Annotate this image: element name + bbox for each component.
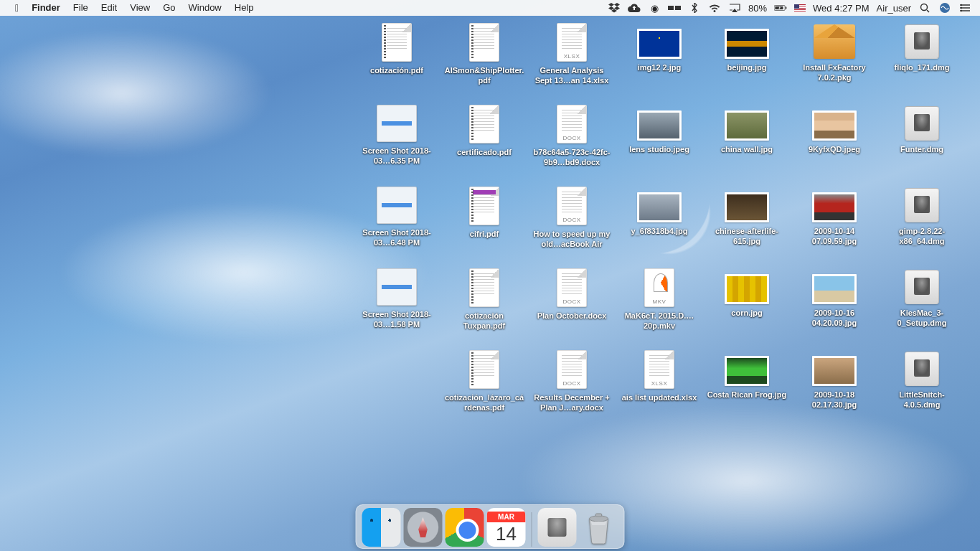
file-thumb-icon [812, 192, 857, 222]
record-icon[interactable]: ◉ [648, 3, 661, 14]
battery-icon[interactable] [774, 4, 787, 12]
desktop-file[interactable]: KiesMac_3-0_Setup.dmg [878, 267, 966, 347]
desktop-file[interactable]: Screen Shot 2018-03…1.58 PM [353, 267, 440, 347]
dropbox-icon[interactable] [608, 3, 621, 13]
file-thumb-icon [377, 268, 417, 306]
dock-chrome-icon[interactable] [446, 508, 484, 547]
dock-launchpad-icon[interactable] [404, 508, 443, 547]
desktop-file[interactable]: y_6f8318b4.jpg [616, 185, 703, 265]
desktop-file[interactable]: Install FxFactory 7.0.2.pkg [791, 22, 878, 102]
file-thumb-icon [469, 23, 499, 62]
svg-rect-3 [786, 7, 786, 9]
menu-help[interactable]: Help [228, 0, 260, 16]
desktop-file[interactable]: DOCXHow to speed up my old…acBook Air [528, 185, 616, 265]
file-name: beijing.jpg [725, 63, 769, 73]
desktop-file[interactable]: fliqlo_171.dmg [878, 22, 966, 102]
file-name: ais list updated.xlsx [620, 393, 699, 403]
desktop-file[interactable]: cotización_lázaro_cárdenas.pdf [440, 349, 528, 429]
disk-icon[interactable] [668, 4, 681, 11]
airplay-icon[interactable] [728, 4, 741, 12]
desktop-file[interactable]: img12 2.jpg [616, 22, 703, 102]
battery-percent[interactable]: 80% [748, 3, 767, 14]
spotlight-icon[interactable] [918, 3, 931, 13]
menu-edit[interactable]: Edit [95, 0, 123, 16]
svg-point-11 [961, 4, 962, 6]
desktop-file[interactable]: lens studio.jpeg [616, 103, 703, 184]
desktop-file[interactable]: DOCXPlan October.docx [528, 267, 616, 347]
file-name: 2009-10-16 04.20.09.jpg [791, 309, 877, 329]
desktop-file[interactable]: cotización.pdf [353, 22, 440, 102]
app-menu[interactable]: Finder [25, 0, 67, 16]
desktop-file[interactable]: Funter.dmg [878, 103, 966, 184]
desktop-file[interactable]: 2009-10-16 04.20.09.jpg [791, 267, 878, 347]
user-name[interactable]: Air_user [877, 3, 911, 14]
menu-window[interactable]: Window [182, 0, 228, 16]
file-name: 2009-10-18 02.17.30.jpg [791, 390, 877, 410]
desktop-file[interactable]: MKVMaK6eT. 2015.D.…20p.mkv [616, 267, 703, 347]
desktop-file[interactable]: cotización Tuxpan.pdf [440, 267, 528, 347]
wifi-icon[interactable] [708, 4, 721, 12]
dock-calendar-icon[interactable]: MAR 14 [487, 508, 526, 547]
file-name: 9KyfxQD.jpeg [806, 145, 862, 155]
cloud-icon[interactable] [628, 4, 641, 12]
desktop-file[interactable]: gimp-2.8.22-x86_64.dmg [878, 185, 966, 265]
file-name: How to speed up my old…acBook Air [529, 230, 615, 250]
menu-bar:  Finder File Edit View Go Window Help ◉… [0, 0, 980, 16]
notification-center-icon[interactable] [958, 4, 971, 12]
desktop-file[interactable]: 2009-10-18 02.17.30.jpg [791, 349, 878, 429]
file-name: General Analysis Sept 13…an 14.xlsx [529, 66, 615, 86]
file-name: cotización.pdf [368, 66, 425, 76]
file-thumb-icon [812, 110, 857, 141]
menu-go[interactable]: Go [156, 0, 182, 16]
desktop-file[interactable]: chinese-afterlife-615.jpg [703, 185, 791, 265]
desktop-file[interactable]: Costa Rican Frog.jpg [703, 349, 791, 429]
file-thumb-icon [905, 270, 939, 304]
apple-menu-icon[interactable]:  [9, 0, 25, 16]
desktop-file[interactable]: corn.jpg [703, 267, 791, 347]
desktop-file[interactable]: XLSXais list updated.xlsx [616, 349, 703, 429]
clock[interactable]: Wed 4:27 PM [813, 3, 870, 14]
file-name: Plan October.docx [535, 311, 609, 321]
file-name: Screen Shot 2018-03…6.48 PM [354, 228, 440, 248]
desktop-file[interactable]: china wall.jpg [703, 103, 791, 184]
desktop-file[interactable]: DOCXResults December + Plan J…ary.docx [528, 349, 616, 429]
svg-point-12 [961, 7, 962, 9]
desktop-file[interactable]: XLSXGeneral Analysis Sept 13…an 14.xlsx [528, 22, 616, 102]
file-name: y_6f8318b4.jpg [629, 227, 690, 237]
desktop[interactable]: cotización.pdfAISmon&ShipPlotter.pdfXLSX… [0, 16, 980, 551]
file-thumb-icon: MKV [644, 268, 674, 307]
file-name: certificado.pdf [455, 148, 514, 158]
menu-file[interactable]: File [67, 0, 95, 16]
file-thumb-icon: DOCX [557, 187, 587, 225]
menu-view[interactable]: View [123, 0, 156, 16]
desktop-file[interactable]: 2009-10-14 07.09.59.jpg [791, 185, 878, 265]
file-name: Screen Shot 2018-03…1.58 PM [354, 310, 440, 330]
desktop-file[interactable]: certificado.pdf [440, 103, 528, 184]
desktop-file[interactable]: AISmon&ShipPlotter.pdf [440, 22, 528, 102]
file-thumb-icon [905, 188, 939, 222]
dock: MAR 14 [356, 504, 625, 549]
file-name: MaK6eT. 2015.D.…20p.mkv [616, 311, 702, 331]
desktop-file[interactable]: LittleSnitch-4.0.5.dmg [878, 349, 966, 429]
file-thumb-icon [905, 106, 939, 141]
file-thumb-icon [377, 105, 417, 142]
desktop-file[interactable]: Screen Shot 2018-03…6.48 PM [353, 185, 440, 265]
desktop-file[interactable]: beijing.jpg [703, 22, 791, 102]
desktop-file[interactable]: Screen Shot 2018-03…6.35 PM [353, 103, 440, 184]
bluetooth-icon[interactable] [688, 3, 701, 13]
dock-trash-icon[interactable] [580, 508, 618, 547]
input-source-flag-icon[interactable] [794, 4, 806, 12]
desktop-file[interactable]: DOCXb78c64a5-723c-42fc-9b9…bd9.docx [528, 103, 616, 184]
svg-point-5 [921, 4, 928, 11]
dock-mounted-disk-icon[interactable] [538, 508, 577, 547]
desktop-file[interactable]: cifri.pdf [440, 185, 528, 265]
desktop-file[interactable]: 9KyfxQD.jpeg [791, 103, 878, 184]
dock-finder-icon[interactable] [362, 508, 401, 547]
file-name: Funter.dmg [898, 145, 946, 155]
siri-icon[interactable] [938, 2, 951, 14]
file-thumb-icon [905, 24, 939, 59]
file-name: fliqlo_171.dmg [892, 63, 951, 73]
file-name: Results December + Plan J…ary.docx [529, 393, 615, 413]
file-name: b78c64a5-723c-42fc-9b9…bd9.docx [529, 148, 615, 168]
file-thumb-icon [637, 29, 682, 59]
